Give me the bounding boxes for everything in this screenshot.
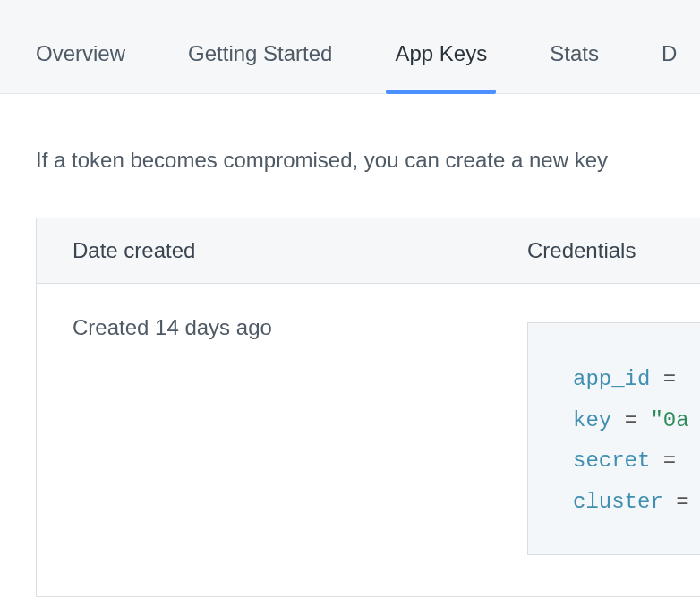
- date-created-cell: Created 14 days ago: [37, 284, 491, 597]
- column-header-date: Date created: [37, 218, 491, 284]
- tab-stats[interactable]: Stats: [550, 41, 599, 93]
- cred-eq: =: [663, 449, 676, 473]
- table-row: Created 14 days ago app_id = key = "0a: [37, 284, 701, 597]
- cred-key-label: key: [573, 408, 611, 432]
- intro-text: If a token becomes compromised, you can …: [36, 148, 664, 173]
- credentials-cell: app_id = key = "0a secret =: [491, 284, 701, 597]
- tab-getting-started[interactable]: Getting Started: [188, 41, 332, 93]
- cred-cluster-label: cluster: [573, 490, 663, 514]
- tab-bar: Overview Getting Started App Keys Stats …: [0, 0, 700, 94]
- content-area: If a token becomes compromised, you can …: [0, 94, 700, 597]
- tab-overview[interactable]: Overview: [36, 41, 125, 93]
- cred-app-id-label: app_id: [573, 367, 650, 391]
- cred-eq: =: [676, 490, 688, 514]
- app-keys-table: Date created Credentials Created 14 days…: [36, 218, 700, 597]
- credentials-codebox: app_id = key = "0a secret =: [527, 322, 700, 555]
- cred-eq: =: [663, 367, 676, 391]
- cred-secret-label: secret: [573, 449, 650, 473]
- cred-key-value: "0a: [650, 408, 688, 432]
- cred-eq: =: [625, 408, 637, 432]
- tab-app-keys[interactable]: App Keys: [395, 41, 487, 93]
- tab-more[interactable]: D: [662, 41, 677, 93]
- column-header-credentials: Credentials: [491, 218, 701, 284]
